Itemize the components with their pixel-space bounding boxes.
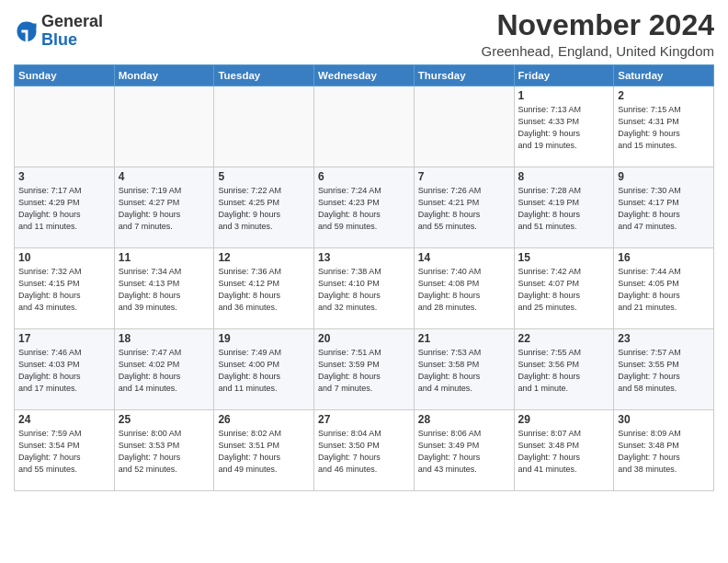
day-number: 26 <box>218 413 310 426</box>
month-title: November 2024 <box>481 9 714 41</box>
table-cell: 16Sunrise: 7:44 AM Sunset: 4:05 PM Dayli… <box>614 248 714 329</box>
day-number: 3 <box>18 170 110 183</box>
day-info: Sunrise: 7:51 AM Sunset: 3:59 PM Dayligh… <box>318 347 410 395</box>
day-info: Sunrise: 7:53 AM Sunset: 3:58 PM Dayligh… <box>418 347 510 395</box>
table-cell: 28Sunrise: 8:06 AM Sunset: 3:49 PM Dayli… <box>414 410 514 491</box>
day-number: 28 <box>418 413 510 426</box>
day-number: 12 <box>218 251 310 264</box>
table-cell: 2Sunrise: 7:15 AM Sunset: 4:31 PM Daylig… <box>614 86 714 167</box>
logo-general: General <box>41 12 103 30</box>
col-tuesday: Tuesday <box>214 65 314 86</box>
col-sunday: Sunday <box>15 65 115 86</box>
day-info: Sunrise: 7:36 AM Sunset: 4:12 PM Dayligh… <box>218 266 310 314</box>
table-cell: 27Sunrise: 8:04 AM Sunset: 3:50 PM Dayli… <box>314 410 415 491</box>
table-cell: 7Sunrise: 7:26 AM Sunset: 4:21 PM Daylig… <box>414 167 514 248</box>
table-cell: 21Sunrise: 7:53 AM Sunset: 3:58 PM Dayli… <box>414 329 514 410</box>
table-cell: 24Sunrise: 7:59 AM Sunset: 3:54 PM Dayli… <box>15 410 115 491</box>
table-cell: 30Sunrise: 8:09 AM Sunset: 3:48 PM Dayli… <box>614 410 714 491</box>
day-info: Sunrise: 7:26 AM Sunset: 4:21 PM Dayligh… <box>418 185 510 233</box>
day-number: 25 <box>119 413 210 426</box>
logo: General Blue <box>14 13 103 50</box>
table-cell: 5Sunrise: 7:22 AM Sunset: 4:25 PM Daylig… <box>214 167 314 248</box>
logo-icon <box>14 18 40 44</box>
day-info: Sunrise: 7:47 AM Sunset: 4:02 PM Dayligh… <box>119 347 210 395</box>
table-cell: 25Sunrise: 8:00 AM Sunset: 3:53 PM Dayli… <box>114 410 214 491</box>
table-cell: 29Sunrise: 8:07 AM Sunset: 3:48 PM Dayli… <box>514 410 614 491</box>
day-info: Sunrise: 8:07 AM Sunset: 3:48 PM Dayligh… <box>518 428 610 476</box>
table-cell: 20Sunrise: 7:51 AM Sunset: 3:59 PM Dayli… <box>314 329 415 410</box>
table-cell <box>15 86 115 167</box>
day-info: Sunrise: 7:19 AM Sunset: 4:27 PM Dayligh… <box>119 185 210 233</box>
table-cell: 8Sunrise: 7:28 AM Sunset: 4:19 PM Daylig… <box>514 167 614 248</box>
day-info: Sunrise: 7:46 AM Sunset: 4:03 PM Dayligh… <box>18 347 110 395</box>
day-number: 10 <box>18 251 110 264</box>
table-cell: 14Sunrise: 7:40 AM Sunset: 4:08 PM Dayli… <box>414 248 514 329</box>
day-info: Sunrise: 7:49 AM Sunset: 4:00 PM Dayligh… <box>218 347 310 395</box>
table-cell: 15Sunrise: 7:42 AM Sunset: 4:07 PM Dayli… <box>514 248 614 329</box>
day-number: 9 <box>618 170 710 183</box>
col-saturday: Saturday <box>614 65 714 86</box>
day-info: Sunrise: 7:24 AM Sunset: 4:23 PM Dayligh… <box>318 185 410 233</box>
title-block: November 2024 Greenhead, England, United… <box>481 9 714 59</box>
table-cell <box>314 86 415 167</box>
day-info: Sunrise: 7:44 AM Sunset: 4:05 PM Dayligh… <box>618 266 710 314</box>
day-info: Sunrise: 7:32 AM Sunset: 4:15 PM Dayligh… <box>18 266 110 314</box>
day-info: Sunrise: 7:22 AM Sunset: 4:25 PM Dayligh… <box>218 185 310 233</box>
day-number: 27 <box>318 413 410 426</box>
day-info: Sunrise: 7:15 AM Sunset: 4:31 PM Dayligh… <box>618 104 710 152</box>
day-number: 2 <box>618 89 710 102</box>
day-info: Sunrise: 7:59 AM Sunset: 3:54 PM Dayligh… <box>18 428 110 476</box>
calendar: Sunday Monday Tuesday Wednesday Thursday… <box>14 64 714 491</box>
col-thursday: Thursday <box>414 65 514 86</box>
day-info: Sunrise: 8:06 AM Sunset: 3:49 PM Dayligh… <box>418 428 510 476</box>
day-info: Sunrise: 8:04 AM Sunset: 3:50 PM Dayligh… <box>318 428 410 476</box>
day-number: 8 <box>518 170 610 183</box>
col-monday: Monday <box>114 65 214 86</box>
day-info: Sunrise: 8:00 AM Sunset: 3:53 PM Dayligh… <box>119 428 210 476</box>
day-number: 23 <box>618 332 710 345</box>
table-cell: 1Sunrise: 7:13 AM Sunset: 4:33 PM Daylig… <box>514 86 614 167</box>
location: Greenhead, England, United Kingdom <box>481 43 714 59</box>
day-info: Sunrise: 8:02 AM Sunset: 3:51 PM Dayligh… <box>218 428 310 476</box>
table-cell: 22Sunrise: 7:55 AM Sunset: 3:56 PM Dayli… <box>514 329 614 410</box>
day-info: Sunrise: 8:09 AM Sunset: 3:48 PM Dayligh… <box>618 428 710 476</box>
table-cell: 9Sunrise: 7:30 AM Sunset: 4:17 PM Daylig… <box>614 167 714 248</box>
table-cell <box>414 86 514 167</box>
table-cell: 11Sunrise: 7:34 AM Sunset: 4:13 PM Dayli… <box>114 248 214 329</box>
table-cell <box>214 86 314 167</box>
day-number: 20 <box>318 332 410 345</box>
day-number: 15 <box>518 251 610 264</box>
col-wednesday: Wednesday <box>314 65 415 86</box>
day-number: 17 <box>18 332 110 345</box>
header: General Blue November 2024 Greenhead, En… <box>14 9 714 59</box>
day-number: 13 <box>318 251 410 264</box>
table-cell: 6Sunrise: 7:24 AM Sunset: 4:23 PM Daylig… <box>314 167 415 248</box>
day-number: 18 <box>119 332 210 345</box>
day-info: Sunrise: 7:55 AM Sunset: 3:56 PM Dayligh… <box>518 347 610 395</box>
day-info: Sunrise: 7:28 AM Sunset: 4:19 PM Dayligh… <box>518 185 610 233</box>
day-number: 7 <box>418 170 510 183</box>
day-number: 24 <box>18 413 110 426</box>
day-number: 1 <box>518 89 610 102</box>
day-number: 29 <box>518 413 610 426</box>
col-friday: Friday <box>514 65 614 86</box>
table-cell: 19Sunrise: 7:49 AM Sunset: 4:00 PM Dayli… <box>214 329 314 410</box>
day-number: 30 <box>618 413 710 426</box>
table-cell: 10Sunrise: 7:32 AM Sunset: 4:15 PM Dayli… <box>15 248 115 329</box>
day-number: 6 <box>318 170 410 183</box>
day-number: 5 <box>218 170 310 183</box>
day-info: Sunrise: 7:42 AM Sunset: 4:07 PM Dayligh… <box>518 266 610 314</box>
day-info: Sunrise: 7:57 AM Sunset: 3:55 PM Dayligh… <box>618 347 710 395</box>
table-cell: 13Sunrise: 7:38 AM Sunset: 4:10 PM Dayli… <box>314 248 415 329</box>
table-cell: 23Sunrise: 7:57 AM Sunset: 3:55 PM Dayli… <box>614 329 714 410</box>
day-number: 21 <box>418 332 510 345</box>
day-number: 4 <box>119 170 210 183</box>
day-info: Sunrise: 7:34 AM Sunset: 4:13 PM Dayligh… <box>119 266 210 314</box>
day-number: 16 <box>618 251 710 264</box>
logo-blue: Blue <box>41 30 77 49</box>
table-cell: 18Sunrise: 7:47 AM Sunset: 4:02 PM Dayli… <box>114 329 214 410</box>
page: General Blue November 2024 Greenhead, En… <box>0 0 728 563</box>
table-cell: 4Sunrise: 7:19 AM Sunset: 4:27 PM Daylig… <box>114 167 214 248</box>
day-number: 22 <box>518 332 610 345</box>
day-number: 11 <box>119 251 210 264</box>
